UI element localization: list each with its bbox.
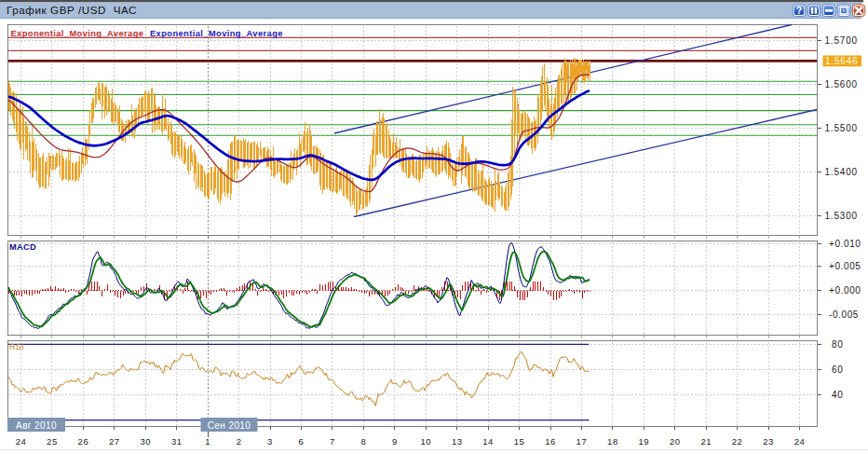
svg-text:+0.000: +0.000: [829, 285, 861, 296]
svg-text:31: 31: [171, 436, 183, 447]
svg-text:График GBP /USD ЧАС: График GBP /USD ЧАС: [7, 4, 137, 16]
svg-text:25: 25: [47, 436, 58, 447]
svg-text:30: 30: [141, 436, 152, 447]
svg-text:MACD: MACD: [9, 242, 36, 252]
svg-text:+0.005: +0.005: [829, 261, 861, 271]
svg-text:9: 9: [392, 436, 398, 447]
svg-text:13: 13: [452, 436, 463, 447]
svg-text:16: 16: [545, 436, 556, 447]
svg-text:8: 8: [360, 436, 366, 447]
svg-text:18: 18: [607, 436, 618, 447]
svg-text:-0.005: -0.005: [829, 310, 859, 320]
svg-text:27: 27: [109, 436, 120, 447]
svg-text:26: 26: [78, 436, 89, 447]
svg-text:6: 6: [299, 436, 305, 447]
svg-text:Exponential_Moving_Average: Exponential_Moving_Average: [150, 29, 283, 38]
svg-text:21: 21: [700, 436, 712, 447]
svg-text:Exponential_Moving_Average: Exponential_Moving_Average: [11, 29, 144, 38]
svg-text:1.5500: 1.5500: [825, 123, 858, 133]
svg-text:10: 10: [420, 436, 431, 447]
svg-text:23: 23: [763, 436, 774, 447]
svg-text:1.5646: 1.5646: [825, 56, 858, 66]
svg-text:80: 80: [832, 339, 843, 350]
svg-text:15: 15: [514, 436, 525, 447]
svg-text:22: 22: [732, 436, 743, 447]
svg-text:Авг 2010: Авг 2010: [16, 420, 57, 431]
svg-text:20: 20: [670, 436, 681, 447]
svg-text:1.5600: 1.5600: [825, 79, 858, 89]
svg-text:40: 40: [832, 390, 843, 400]
svg-text:Сен 2010: Сен 2010: [208, 420, 251, 431]
svg-text:17: 17: [576, 436, 588, 447]
svg-text:3: 3: [267, 436, 273, 447]
svg-text:24: 24: [794, 436, 806, 447]
svg-text:19: 19: [639, 436, 650, 447]
svg-text:1.5300: 1.5300: [825, 211, 858, 221]
svg-text:1.5700: 1.5700: [825, 35, 858, 46]
svg-text:+0.010: +0.010: [829, 239, 861, 249]
svg-text:1: 1: [205, 436, 210, 447]
svg-text:1.5400: 1.5400: [825, 167, 858, 177]
svg-text:RSI: RSI: [9, 342, 24, 351]
svg-text:?: ?: [796, 5, 802, 16]
svg-text:60: 60: [832, 365, 843, 375]
svg-text:24: 24: [16, 436, 27, 447]
svg-text:2: 2: [237, 436, 242, 447]
svg-text:7: 7: [330, 436, 335, 447]
svg-text:14: 14: [482, 436, 494, 447]
